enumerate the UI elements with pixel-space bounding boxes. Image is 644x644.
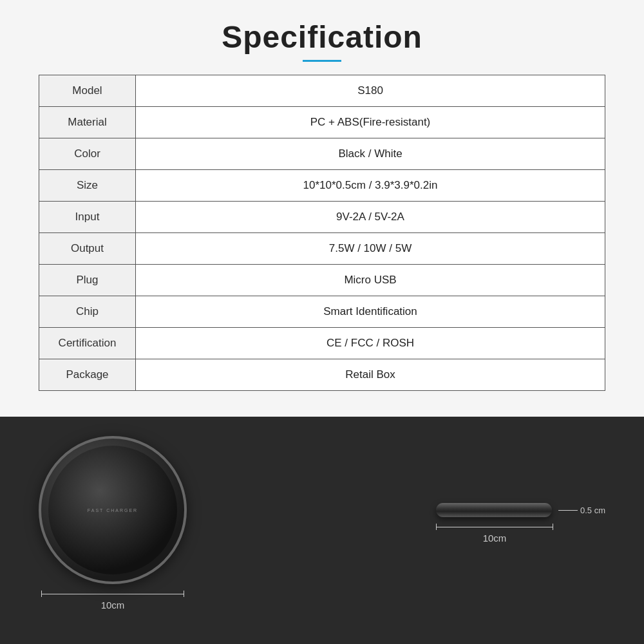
left-width-label: 10cm bbox=[101, 600, 125, 611]
table-row: Input9V-2A / 5V-2A bbox=[39, 202, 605, 233]
table-value-cell: 9V-2A / 5V-2A bbox=[136, 202, 605, 233]
table-row: MaterialPC + ABS(Fire-resistant) bbox=[39, 107, 605, 138]
table-value-cell: Retail Box bbox=[136, 359, 605, 391]
table-row: CertificationCE / FCC / ROSH bbox=[39, 328, 605, 359]
right-h-line bbox=[437, 527, 553, 527]
right-width-label: 10cm bbox=[436, 533, 553, 544]
table-value-cell: 10*10*0.5cm / 3.9*3.9*0.2in bbox=[136, 170, 605, 202]
page-title: Specification bbox=[39, 19, 605, 55]
table-row: Output7.5W / 10W / 5W bbox=[39, 233, 605, 265]
right-height-label: 0.5 cm bbox=[580, 506, 605, 515]
table-row: ModelS180 bbox=[39, 75, 605, 107]
right-measurement-line bbox=[436, 524, 553, 530]
table-value-cell: Smart Identification bbox=[136, 296, 605, 328]
fast-charger-label: FAST CHARGER bbox=[88, 508, 138, 513]
table-label-cell: Model bbox=[39, 75, 136, 107]
left-measurement: 10cm bbox=[41, 591, 184, 611]
left-measurement-line bbox=[41, 591, 184, 597]
table-row: ChipSmart Identification bbox=[39, 296, 605, 328]
table-row: ColorBlack / White bbox=[39, 138, 605, 170]
table-label-cell: Size bbox=[39, 170, 136, 202]
table-label-cell: Output bbox=[39, 233, 136, 265]
table-row: Size10*10*0.5cm / 3.9*3.9*0.2in bbox=[39, 170, 605, 202]
table-value-cell: Micro USB bbox=[136, 265, 605, 296]
right-measurement: 10cm bbox=[436, 524, 553, 544]
table-label-cell: Color bbox=[39, 138, 136, 170]
charger-side-shape bbox=[436, 503, 552, 517]
table-label-cell: Chip bbox=[39, 296, 136, 328]
table-label-cell: Plug bbox=[39, 265, 136, 296]
side-view-container: 0.5 cm bbox=[436, 503, 605, 517]
charger-inner-ring: FAST CHARGER bbox=[48, 446, 177, 574]
right-side-wrapper: 0.5 cm 10cm bbox=[410, 503, 605, 544]
title-area: Specification bbox=[39, 19, 605, 62]
height-h-line bbox=[558, 510, 578, 511]
table-label-cell: Certification bbox=[39, 328, 136, 359]
left-h-line bbox=[42, 594, 184, 594]
table-value-cell: PC + ABS(Fire-resistant) bbox=[136, 107, 605, 138]
table-value-cell: CE / FCC / ROSH bbox=[136, 328, 605, 359]
left-tick-end bbox=[184, 591, 184, 597]
table-label-cell: Package bbox=[39, 359, 136, 391]
title-underline bbox=[303, 60, 341, 62]
top-section: Specification ModelS180MaterialPC + ABS(… bbox=[0, 0, 644, 417]
table-label-cell: Material bbox=[39, 107, 136, 138]
left-charger-diagram: FAST CHARGER 10cm bbox=[39, 436, 187, 611]
table-value-cell: 7.5W / 10W / 5W bbox=[136, 233, 605, 265]
height-measurement: 0.5 cm bbox=[558, 506, 605, 515]
right-charger-diagram: 0.5 cm 10cm bbox=[436, 503, 605, 544]
charger-top-view: FAST CHARGER bbox=[39, 436, 187, 584]
table-value-cell: S180 bbox=[136, 75, 605, 107]
table-row: PackageRetail Box bbox=[39, 359, 605, 391]
bottom-section: FAST CHARGER 10cm 0.5 cm bbox=[0, 417, 644, 623]
height-line-group: 0.5 cm bbox=[558, 506, 605, 515]
right-tick-end bbox=[553, 524, 553, 530]
spec-table: ModelS180MaterialPC + ABS(Fire-resistant… bbox=[39, 75, 605, 391]
table-row: PlugMicro USB bbox=[39, 265, 605, 296]
table-value-cell: Black / White bbox=[136, 138, 605, 170]
table-label-cell: Input bbox=[39, 202, 136, 233]
